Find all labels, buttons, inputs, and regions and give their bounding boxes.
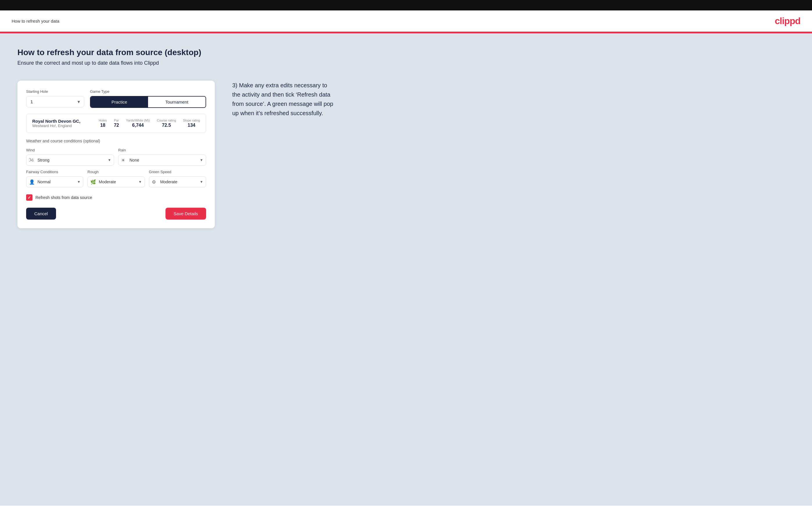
fairway-group: Fairway Conditions 👤 Normal ▼ (26, 170, 83, 187)
save-button[interactable]: Save Details (165, 208, 206, 220)
course-stats: Holes 18 Par 72 Yards/White (M)) 6,744 C… (99, 119, 200, 128)
par-stat: Par 72 (114, 119, 119, 128)
main-content: How to refresh your data from source (de… (0, 33, 812, 506)
game-type-toggle: Practice Tournament (90, 96, 206, 108)
green-speed-select[interactable]: Moderate (149, 176, 206, 187)
conditions-title: Weather and course conditions (optional) (26, 138, 206, 143)
footer: Copyright Clippd 2022 (0, 506, 812, 507)
course-rating-value: 72.5 (157, 123, 176, 128)
refresh-label: Refresh shots from data source (36, 195, 92, 200)
rough-label: Rough (87, 170, 145, 174)
course-info-box: Royal North Devon GC, Westward Ho!, Engl… (26, 114, 206, 133)
starting-hole-group: Starting Hole 1 ▼ (26, 89, 84, 108)
starting-hole-label: Starting Hole (26, 89, 84, 94)
green-speed-group: Green Speed ⚙ Moderate ▼ (149, 170, 206, 187)
holes-label: Holes (99, 119, 107, 122)
course-rating-stat: Course rating 72.5 (157, 119, 176, 128)
wind-label: Wind (26, 148, 114, 152)
game-type-group: Game Type Practice Tournament (90, 89, 206, 108)
wind-rain-row: Wind 🌬 Strong ▼ Rain ☀ None (26, 148, 206, 166)
starting-hole-select-wrapper: 1 ▼ (26, 96, 84, 107)
instruction-area: 3) Make any extra edits necessary to the… (232, 80, 337, 118)
practice-toggle-button[interactable]: Practice (91, 97, 148, 107)
rough-group: Rough 🌿 Moderate ▼ (87, 170, 145, 187)
rain-group: Rain ☀ None ▼ (118, 148, 206, 166)
refresh-row: Refresh shots from data source (26, 191, 206, 201)
game-type-label: Game Type (90, 89, 206, 94)
header-title: How to refresh your data (12, 18, 59, 23)
yards-stat: Yards/White (M)) 6,744 (126, 119, 150, 128)
starting-hole-row: Starting Hole 1 ▼ Game Type Practice Tou… (26, 89, 206, 108)
page-title: How to refresh your data from source (de… (17, 48, 795, 57)
slope-rating-label: Slope rating (183, 119, 200, 122)
form-card: Starting Hole 1 ▼ Game Type Practice Tou… (17, 80, 215, 228)
fairway-icon: 👤 (29, 179, 35, 185)
yards-value: 6,744 (126, 123, 150, 128)
content-area: Starting Hole 1 ▼ Game Type Practice Tou… (17, 80, 795, 228)
top-bar (0, 0, 812, 10)
rain-icon: ☀ (121, 158, 125, 163)
green-speed-icon: ⚙ (152, 179, 156, 185)
rough-select-wrapper: 🌿 Moderate ▼ (87, 176, 145, 187)
rain-select[interactable]: None (118, 155, 206, 166)
fairway-label: Fairway Conditions (26, 170, 83, 174)
logo: clippd (775, 16, 800, 26)
course-name: Royal North Devon GC, (32, 119, 93, 123)
cancel-button[interactable]: Cancel (26, 208, 56, 220)
instruction-text: 3) Make any extra edits necessary to the… (232, 80, 337, 118)
header: How to refresh your data clippd (0, 10, 812, 33)
yards-label: Yards/White (M)) (126, 119, 150, 122)
par-label: Par (114, 119, 119, 122)
rain-label: Rain (118, 148, 206, 152)
rain-select-wrapper: ☀ None ▼ (118, 155, 206, 166)
green-speed-label: Green Speed (149, 170, 206, 174)
green-speed-select-wrapper: ⚙ Moderate ▼ (149, 176, 206, 187)
button-row: Cancel Save Details (26, 208, 206, 220)
wind-group: Wind 🌬 Strong ▼ (26, 148, 114, 166)
course-location: Westward Ho!, England (32, 123, 93, 128)
tournament-toggle-button[interactable]: Tournament (148, 97, 206, 107)
wind-icon: 🌬 (29, 158, 34, 163)
wind-select[interactable]: Strong (26, 155, 114, 166)
holes-value: 18 (99, 123, 107, 128)
refresh-checkbox[interactable] (26, 194, 33, 201)
starting-hole-select[interactable]: 1 (26, 96, 84, 107)
rough-icon: 🌿 (90, 179, 96, 185)
fairway-select-wrapper: 👤 Normal ▼ (26, 176, 83, 187)
page-subtitle: Ensure the correct and most up to date d… (17, 60, 795, 66)
slope-rating-value: 134 (183, 123, 200, 128)
fairway-rough-green-row: Fairway Conditions 👤 Normal ▼ Rough 🌿 (26, 170, 206, 187)
slope-rating-stat: Slope rating 134 (183, 119, 200, 128)
course-name-area: Royal North Devon GC, Westward Ho!, Engl… (32, 119, 93, 128)
holes-stat: Holes 18 (99, 119, 107, 128)
wind-select-wrapper: 🌬 Strong ▼ (26, 155, 114, 166)
course-rating-label: Course rating (157, 119, 176, 122)
par-value: 72 (114, 123, 119, 128)
